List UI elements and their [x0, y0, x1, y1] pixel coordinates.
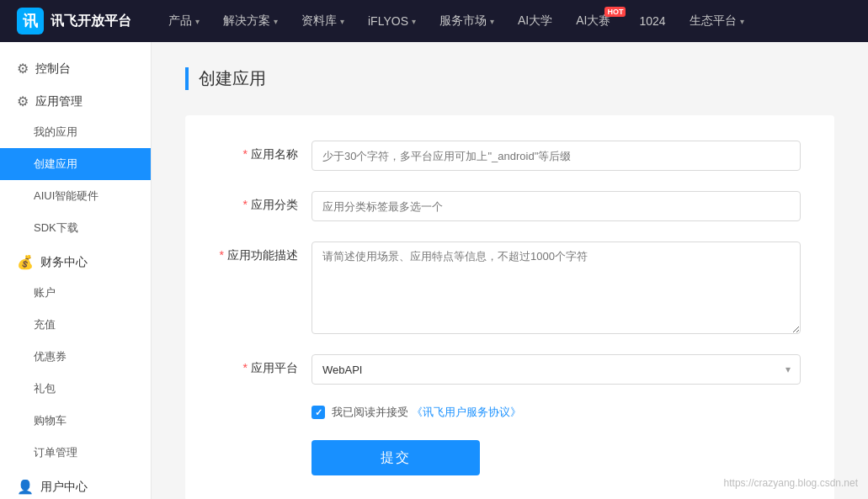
aiui-label: AIUI智能硬件: [34, 189, 99, 202]
chevron-down-icon: ▾: [340, 17, 344, 26]
submit-button[interactable]: 提交: [312, 440, 480, 475]
app-name-input[interactable]: [312, 141, 801, 171]
sdk-label: SDK下载: [34, 221, 78, 234]
sidebar-group-app-label: 应用管理: [35, 94, 83, 109]
app-platform-select[interactable]: WebAPI Android iOS Windows Linux: [312, 354, 801, 385]
sidebar-group-finance-label: 财务中心: [40, 255, 88, 270]
sidebar-group-user-label: 用户中心: [40, 480, 88, 495]
app-name-label: *应用名称: [219, 141, 312, 162]
gift-label: 礼包: [34, 382, 56, 395]
main-content: 创建应用 *应用名称 *应用分类 *应用功能描述: [152, 42, 868, 499]
nav-label-solution: 解决方案: [223, 13, 270, 29]
create-app-label: 创建应用: [34, 157, 77, 170]
nav-label-ai-university: AI大学: [518, 13, 552, 29]
user-center-icon: 👤: [17, 479, 34, 495]
nav-label-market: 服务市场: [439, 13, 487, 29]
page-title: 创建应用: [185, 67, 834, 90]
sidebar-item-recharge[interactable]: 充值: [0, 309, 151, 341]
nav-label-iflyos: iFLYOS: [368, 14, 408, 28]
nav-menu: 产品 ▾ 解决方案 ▾ 资料库 ▾ iFLYOS ▾ 服务市场 ▾ AI大学 A…: [157, 0, 851, 42]
sidebar-item-sdk[interactable]: SDK下载: [0, 212, 151, 244]
sidebar-item-cart[interactable]: 购物车: [0, 405, 151, 437]
nav-item-ai-university[interactable]: AI大学: [506, 0, 564, 42]
chevron-down-icon: ▾: [490, 17, 494, 26]
nav-label-product: 产品: [168, 13, 192, 29]
required-star: *: [243, 198, 248, 211]
account-label: 账户: [34, 286, 56, 299]
sidebar-item-account[interactable]: 账户: [0, 277, 151, 309]
sidebar-item-my-apps[interactable]: 我的应用: [0, 116, 151, 148]
chevron-down-icon: ▾: [740, 17, 744, 26]
app-desc-label: *应用功能描述: [219, 242, 312, 263]
watermark: https://crazyang.blog.csdn.net: [724, 477, 858, 489]
sidebar-item-gift[interactable]: 礼包: [0, 373, 151, 405]
sidebar-group-console: ⚙ 控制台: [0, 50, 151, 83]
chevron-down-icon: ▾: [195, 17, 200, 26]
form-row-app-name: *应用名称: [219, 141, 801, 171]
sidebar-item-aiui[interactable]: AIUI智能硬件: [0, 180, 151, 212]
nav-label-ecosystem: 生态平台: [690, 13, 737, 29]
nav-label-1024: 1024: [639, 14, 665, 28]
form-row-app-desc: *应用功能描述: [219, 242, 801, 334]
nav-item-ai-competition[interactable]: AI大赛 HOT: [564, 0, 627, 42]
submit-row: 提交: [219, 440, 801, 475]
finance-icon: 💰: [17, 254, 34, 270]
sidebar-item-create-app[interactable]: 创建应用: [0, 148, 151, 180]
sidebar-item-coupon[interactable]: 优惠券: [0, 341, 151, 373]
nav-item-product[interactable]: 产品 ▾: [157, 0, 211, 42]
sidebar: ⚙ 控制台 ⚙ 应用管理 我的应用 创建应用 AIUI智能硬件 SDK下载 💰 …: [0, 42, 152, 499]
agreement-link[interactable]: 《讯飞用户服务协议》: [412, 406, 521, 418]
logo-text: 讯飞开放平台: [51, 13, 131, 30]
nav-item-market[interactable]: 服务市场 ▾: [428, 0, 506, 42]
coupon-label: 优惠券: [34, 350, 67, 363]
recharge-label: 充值: [34, 318, 56, 331]
nav-label-resources: 资料库: [301, 13, 337, 29]
app-category-label: *应用分类: [219, 191, 312, 213]
sidebar-group-console-label: 控制台: [35, 61, 71, 77]
logo-icon: 讯: [17, 8, 44, 35]
agreement-row: 我已阅读并接受 《讯飞用户服务协议》: [219, 405, 801, 420]
agreement-label: 我已阅读并接受 《讯飞用户服务协议》: [332, 405, 521, 420]
hot-badge: HOT: [604, 7, 626, 17]
sidebar-item-orders[interactable]: 订单管理: [0, 437, 151, 469]
logo[interactable]: 讯 讯飞开放平台: [17, 8, 131, 35]
top-navigation: 讯 讯飞开放平台 产品 ▾ 解决方案 ▾ 资料库 ▾ iFLYOS ▾ 服务市场…: [0, 0, 868, 42]
app-desc-textarea[interactable]: [312, 242, 801, 334]
app-platform-label: *应用平台: [219, 354, 312, 376]
main-layout: ⚙ 控制台 ⚙ 应用管理 我的应用 创建应用 AIUI智能硬件 SDK下载 💰 …: [0, 42, 868, 499]
app-management-icon: ⚙: [17, 93, 29, 109]
nav-item-solution[interactable]: 解决方案 ▾: [211, 0, 290, 42]
nav-item-1024[interactable]: 1024: [627, 0, 677, 42]
required-star: *: [243, 147, 248, 161]
console-icon: ⚙: [17, 61, 29, 77]
chevron-down-icon: ▾: [274, 17, 278, 26]
orders-label: 订单管理: [34, 446, 77, 459]
sidebar-group-user-center: 👤 用户中心: [0, 469, 151, 499]
my-apps-label: 我的应用: [34, 125, 77, 138]
required-star: *: [243, 361, 248, 374]
app-category-input[interactable]: [312, 191, 801, 221]
chevron-down-icon: ▾: [412, 17, 416, 26]
nav-item-resources[interactable]: 资料库 ▾: [290, 0, 356, 42]
nav-item-ecosystem[interactable]: 生态平台 ▾: [678, 0, 756, 42]
form-row-app-platform: *应用平台 WebAPI Android iOS Windows Linux ▾: [219, 354, 801, 385]
create-app-form: *应用名称 *应用分类 *应用功能描述 *应用: [185, 115, 834, 499]
form-row-app-category: *应用分类: [219, 191, 801, 221]
agreement-checkbox[interactable]: [312, 406, 325, 419]
sidebar-group-app-management: ⚙ 应用管理: [0, 83, 151, 116]
required-star: *: [220, 248, 224, 262]
sidebar-group-finance: 💰 财务中心: [0, 244, 151, 277]
cart-label: 购物车: [34, 414, 67, 427]
nav-item-iflyos[interactable]: iFLYOS ▾: [356, 0, 428, 42]
app-platform-select-wrapper: WebAPI Android iOS Windows Linux ▾: [312, 354, 801, 385]
